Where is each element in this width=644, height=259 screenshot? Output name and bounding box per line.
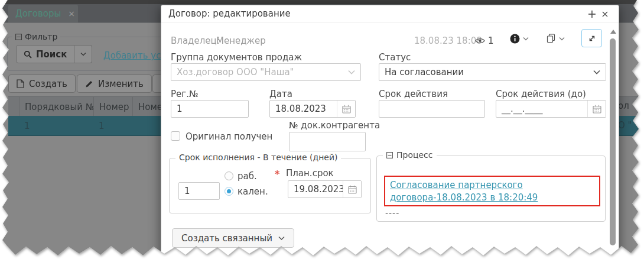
doc-group-label: Группа документов продаж [171, 52, 302, 63]
validity-to-input[interactable]: __.__.____ [496, 100, 606, 118]
reg-no-label: Рег.№ [171, 89, 199, 99]
create-related-label: Создать связанный [181, 233, 272, 244]
table-header-fragment: ол [618, 101, 629, 111]
search-dropdown-button[interactable] [74, 45, 92, 63]
search-button-label: Поиск [36, 49, 67, 60]
required-asterisk: * [275, 169, 279, 180]
status-label: Статус [379, 52, 411, 63]
calendar-icon[interactable] [587, 101, 606, 117]
create-button[interactable]: Создать [8, 75, 76, 93]
plan-date-input[interactable]: 19.08.2023 [288, 180, 362, 198]
scroll-up-icon[interactable] [610, 30, 616, 34]
search-split-button[interactable]: Поиск [16, 45, 92, 63]
filter-legend-label: Фильтр [25, 32, 57, 41]
filter-legend: Фильтр [12, 32, 60, 41]
execution-groupbox: Срок исполнения - В течение (дней) 1 раб… [169, 158, 371, 213]
doc-group-select[interactable]: Хоз.договор ООО "Наша" [171, 63, 361, 81]
original-received-label: Оригинал получен [186, 131, 272, 142]
edit-button-label: Изменить [98, 79, 144, 89]
window-top-strip [0, 0, 644, 4]
collapse-icon[interactable] [386, 152, 393, 158]
validity-label: Срок действия [379, 89, 448, 99]
radio-calendar-days[interactable] [225, 187, 233, 196]
info-icon [510, 34, 520, 44]
tab-close-icon[interactable]: × [68, 9, 75, 18]
expand-dialog-button[interactable] [581, 29, 602, 47]
edit-button[interactable]: Изменить [77, 75, 152, 93]
process-legend-label: Процесс [396, 150, 433, 160]
collapse-icon[interactable] [15, 34, 22, 40]
add-tab-button[interactable]: + [586, 7, 599, 20]
table-header-rownum [8, 97, 19, 116]
tab-contracts-label: Договоры [15, 8, 61, 19]
copy-menu[interactable] [547, 34, 565, 43]
process-highlight-box: Согласование партнерского договора-18.08… [384, 176, 600, 206]
counterparty-doc-input[interactable] [289, 132, 366, 151]
process-placeholder: ---- [385, 208, 399, 218]
table-header-number[interactable]: Номер [94, 97, 133, 116]
expand-icon [587, 34, 597, 43]
reg-no-input[interactable]: 1 [171, 100, 249, 118]
table-row-fragment: О " [618, 120, 632, 131]
owner-label: Владелец: [171, 35, 220, 46]
execution-legend: Срок исполнения - В течение (дней) [175, 153, 341, 162]
process-groupbox: Процесс Согласование партнерского догово… [376, 156, 606, 222]
dialog-close-button[interactable]: × [599, 7, 612, 20]
create-related-button[interactable]: Создать связанный [172, 228, 294, 248]
row-cell-ordinal: 1 [19, 116, 93, 135]
validity-to-label: Срок действия (до) [496, 89, 586, 99]
original-received-checkbox[interactable] [171, 131, 180, 141]
screenshot: Договоры × Фильтр Поиск [0, 0, 644, 259]
radio-working-days[interactable] [225, 171, 233, 180]
views-indicator: 1 [475, 35, 494, 46]
search-icon [24, 50, 32, 59]
info-menu[interactable] [510, 34, 529, 44]
chevron-down-icon [588, 64, 606, 80]
chevron-down-icon [523, 37, 529, 41]
create-button-label: Создать [29, 79, 67, 89]
scrollbar-thumb[interactable] [610, 38, 616, 245]
tab-contracts[interactable]: Договоры × [8, 5, 78, 22]
torn-screenshot-area: Договоры × Фильтр Поиск [0, 0, 644, 259]
dialog-title: Договор: редактирование [168, 8, 291, 19]
dialog-scrollbar[interactable] [609, 28, 617, 256]
table-header-ordinal[interactable]: Порядковый № [19, 97, 94, 116]
chevron-down-icon [343, 64, 360, 80]
copy-icon [547, 34, 556, 43]
process-link[interactable]: Согласование партнерского договора-18.08… [390, 179, 594, 204]
doc-group-value: Хоз.договор ООО "Наша" [177, 67, 294, 77]
radio-working-days-label: раб. [238, 171, 257, 182]
date-label: Дата [269, 89, 292, 99]
validity-input[interactable] [379, 100, 485, 118]
owner-value: Менеджер [216, 35, 266, 46]
date-value: 18.08.2023 [275, 103, 326, 114]
new-document-icon [17, 79, 24, 88]
status-value: На согласовании [385, 67, 464, 77]
chevron-down-icon [559, 37, 565, 41]
execution-days-input[interactable]: 1 [178, 182, 220, 200]
chevron-down-icon [278, 236, 285, 241]
counterparty-doc-label: № док.контрагента [289, 120, 380, 131]
radio-calendar-days-label: кален. [238, 186, 268, 197]
date-input[interactable]: 18.08.2023 [269, 100, 356, 118]
eye-icon [475, 37, 485, 44]
execution-days-value: 1 [184, 186, 190, 196]
plan-date-label: План.срок [286, 168, 334, 179]
row-cell-number: 1 [93, 116, 132, 135]
search-button[interactable]: Поиск [16, 45, 74, 63]
status-select[interactable]: На согласовании [379, 63, 606, 81]
row-cell-empty [8, 116, 19, 135]
timestamp: 18.08.23 18:08 [414, 35, 482, 46]
calendar-icon[interactable] [337, 101, 355, 117]
views-count: 1 [488, 35, 494, 46]
validity-to-value: __.__.____ [502, 103, 543, 114]
calendar-icon[interactable] [343, 181, 361, 198]
dialog-titlebar: Договор: редактирование + × [161, 5, 619, 22]
contract-edit-dialog: Договор: редактирование + × Владелец: Ме… [161, 5, 619, 259]
reg-no-value: 1 [177, 103, 183, 114]
pencil-icon [85, 80, 93, 88]
process-legend: Процесс [383, 150, 437, 160]
plan-date-value: 19.08.2023 [294, 184, 344, 195]
